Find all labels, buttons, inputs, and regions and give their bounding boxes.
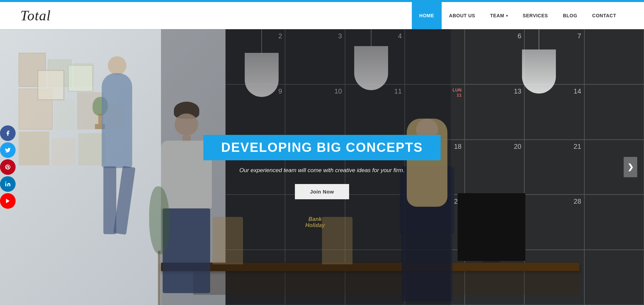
team-dropdown-chevron: ▾ xyxy=(506,14,508,18)
hero-content: DEVELOPING BIG CONCEPTS Our experienced … xyxy=(203,135,441,199)
nav-item-home[interactable]: HOME xyxy=(412,2,442,29)
social-youtube-button[interactable] xyxy=(0,193,16,209)
nav-item-contact[interactable]: CONTACT xyxy=(585,2,624,29)
hero-title: DEVELOPING BIG CONCEPTS xyxy=(214,140,430,155)
social-sidebar xyxy=(0,125,16,209)
chair-2 xyxy=(322,217,353,264)
chair-1 xyxy=(213,217,243,264)
wall-art-1 xyxy=(37,70,64,100)
nav-item-about[interactable]: ABOUT US xyxy=(442,2,483,29)
slider-next-arrow[interactable]: ❯ xyxy=(624,157,637,177)
wall-art-2 xyxy=(68,65,93,92)
nav-item-blog[interactable]: BLOG xyxy=(556,2,585,29)
pendant-right xyxy=(522,29,556,94)
hero-cta-button[interactable]: Join Now xyxy=(295,184,349,199)
social-facebook-button[interactable] xyxy=(0,125,16,141)
social-twitter-button[interactable] xyxy=(0,142,16,158)
nav-item-services[interactable]: SERVICES xyxy=(515,2,556,29)
svg-point-0 xyxy=(5,182,6,183)
person-walking xyxy=(98,56,136,253)
main-nav: HOME ABOUT US TEAM ▾ SERVICES BLOG CONTA… xyxy=(412,2,624,29)
plant-large xyxy=(146,186,173,305)
header: Total HOME ABOUT US TEAM ▾ SERVICES BLOG… xyxy=(0,2,644,29)
monitor-right xyxy=(458,193,525,261)
hero-subtitle: Our experienced team will come with crea… xyxy=(203,167,441,174)
svg-marker-1 xyxy=(6,199,10,203)
hero-title-background: DEVELOPING BIG CONCEPTS xyxy=(203,135,441,160)
hero-section: 2 3 4 6 7 9 10 11 LUN11 13 14 15 16 17 1… xyxy=(0,29,644,305)
social-pinterest-button[interactable] xyxy=(0,159,16,175)
nav-item-team[interactable]: TEAM ▾ xyxy=(483,2,515,29)
site-logo[interactable]: Total xyxy=(20,7,51,24)
social-linkedin-button[interactable] xyxy=(0,176,16,192)
